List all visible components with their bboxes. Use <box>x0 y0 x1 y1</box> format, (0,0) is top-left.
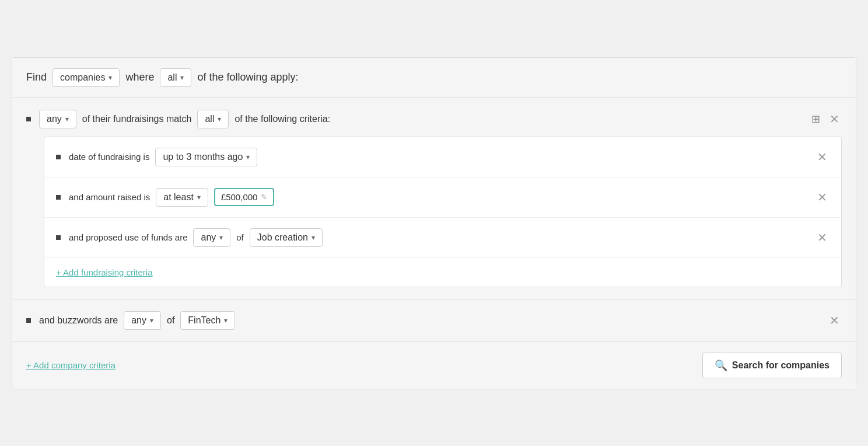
job-creation-chevron-icon: ▾ <box>312 234 315 242</box>
where-label: where <box>125 71 154 83</box>
search-icon: 🔍 <box>715 359 727 372</box>
add-fundraising-row: + Add fundraising criteria <box>44 258 841 287</box>
footer-row: + Add company criteria 🔍 Search for comp… <box>12 342 856 389</box>
main-container: Find companies ▾ where all ▾ of the foll… <box>12 57 856 389</box>
fundraising-row: any ▾ of their fundraisings match all ▾ … <box>26 110 842 128</box>
any-chevron-icon: ▾ <box>65 115 69 123</box>
fintech-dropdown[interactable]: FinTech ▾ <box>180 311 235 330</box>
header-row: Find companies ▾ where all ▾ of the foll… <box>12 58 856 98</box>
close-amount-button[interactable]: ✕ <box>815 188 830 207</box>
bullet-icon <box>26 117 31 121</box>
close-funds-button[interactable]: ✕ <box>815 228 830 247</box>
date-label: date of fundraising is <box>69 152 149 162</box>
inner-criteria-block: date of fundraising is up to 3 months ag… <box>44 137 842 287</box>
buzzwords-any-chevron-icon: ▾ <box>150 316 153 325</box>
funds-of-label: of <box>236 232 244 242</box>
all-chevron-icon: ▾ <box>180 74 184 82</box>
funds-bullet-icon <box>56 235 61 240</box>
all-dropdown[interactable]: all ▾ <box>160 68 191 87</box>
companies-dropdown[interactable]: companies ▾ <box>52 68 120 87</box>
buzzwords-bullet-icon <box>26 318 31 323</box>
add-company-button[interactable]: + Add company criteria <box>26 360 116 370</box>
following-label: of the following criteria: <box>235 114 330 124</box>
amount-value: £500,000 <box>221 192 258 202</box>
search-button[interactable]: 🔍 Search for companies <box>702 353 842 378</box>
buzzwords-section: and buzzwords are any ▾ of FinTech ▾ ✕ <box>12 299 856 342</box>
close-buzzwords-button[interactable]: ✕ <box>827 311 842 330</box>
date-row: date of fundraising is up to 3 months ag… <box>44 137 841 177</box>
job-creation-dropdown[interactable]: Job creation ▾ <box>250 228 323 247</box>
date-chevron-icon: ▾ <box>246 153 250 161</box>
at-least-dropdown[interactable]: at least ▾ <box>156 188 208 207</box>
close-date-button[interactable]: ✕ <box>815 148 830 166</box>
apply-label: of the following apply: <box>197 71 298 83</box>
companies-chevron-icon: ▾ <box>108 74 112 82</box>
date-value-dropdown[interactable]: up to 3 months ago ▾ <box>155 148 257 166</box>
all-inner-dropdown[interactable]: all ▾ <box>197 110 229 128</box>
search-label: Search for companies <box>732 360 830 371</box>
buzzwords-any-dropdown[interactable]: any ▾ <box>124 311 161 330</box>
add-fundraising-button[interactable]: + Add fundraising criteria <box>44 258 164 287</box>
any-dropdown[interactable]: any ▾ <box>39 110 76 128</box>
buzzwords-row: and buzzwords are any ▾ of FinTech ▾ ✕ <box>26 311 842 330</box>
buzzwords-of-label: of <box>167 315 174 326</box>
amount-input[interactable]: £500,000 ✎ <box>214 188 275 206</box>
amount-bullet-icon <box>56 195 61 200</box>
fintech-chevron-icon: ▾ <box>224 316 228 325</box>
date-bullet-icon <box>56 155 61 159</box>
all-inner-chevron-icon: ▾ <box>218 115 221 123</box>
edit-icon[interactable]: ✎ <box>261 193 267 201</box>
at-least-chevron-icon: ▾ <box>197 193 201 201</box>
fundraising-section: any ▾ of their fundraisings match all ▾ … <box>12 98 856 299</box>
pin-button[interactable]: ⊞ <box>809 110 822 128</box>
amount-row: and amount raised is at least ▾ £500,000… <box>44 177 841 218</box>
close-fundraising-button[interactable]: ✕ <box>827 110 842 128</box>
amount-label: and amount raised is <box>69 192 150 202</box>
funds-label: and proposed use of funds are <box>69 232 187 242</box>
section-icons: ⊞ ✕ <box>809 110 842 128</box>
find-label: Find <box>26 71 47 83</box>
funds-any-chevron-icon: ▾ <box>219 234 223 242</box>
funds-row: and proposed use of funds are any ▾ of J… <box>44 218 841 258</box>
funds-any-dropdown[interactable]: any ▾ <box>193 228 230 247</box>
fundraisings-label: of their fundraisings match <box>82 114 192 124</box>
buzzwords-label: and buzzwords are <box>39 315 118 326</box>
